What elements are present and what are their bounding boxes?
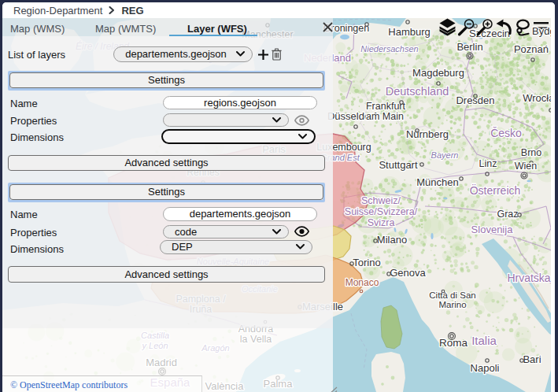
svg-text:Wrocław: Wrocław xyxy=(523,92,551,104)
svg-text:Poznań: Poznań xyxy=(514,43,549,55)
svg-text:Stuttgart: Stuttgart xyxy=(379,159,418,171)
svg-text:Monaco: Monaco xyxy=(346,277,379,288)
svg-text:Napoli: Napoli xyxy=(471,362,500,374)
svg-text:Marino: Marino xyxy=(438,300,466,309)
svg-text:Magdeburg: Magdeburg xyxy=(412,67,464,79)
svg-text:Deutschland: Deutschland xyxy=(386,85,449,98)
svg-text:Hrvatska: Hrvatska xyxy=(507,272,550,284)
svg-text:München: München xyxy=(416,176,458,188)
svg-text:Österreich: Österreich xyxy=(470,183,521,197)
svg-text:Graz: Graz xyxy=(497,209,518,220)
svg-text:Česko: Česko xyxy=(490,127,522,139)
svg-text:Città di San: Città di San xyxy=(429,290,475,300)
svg-text:Svizra: Svizra xyxy=(368,217,395,228)
svg-text:Wien: Wien xyxy=(515,161,538,172)
svg-text:Berlin: Berlin xyxy=(456,41,482,53)
svg-text:Genova: Genova xyxy=(390,267,426,279)
svg-text:Torino: Torino xyxy=(353,257,380,268)
svg-text:am Main: am Main xyxy=(366,111,404,122)
svg-text:Linz: Linz xyxy=(479,158,497,169)
svg-text:Brno: Brno xyxy=(521,147,541,158)
svg-text:Italia: Italia xyxy=(471,334,497,347)
svg-text:Bydgoszcz: Bydgoszcz xyxy=(532,25,551,37)
svg-text:Bayern: Bayern xyxy=(431,150,459,160)
svg-text:Niedersachsen: Niedersachsen xyxy=(360,44,418,54)
svg-text:Dresden: Dresden xyxy=(456,94,494,106)
svg-text:Slovenija: Slovenija xyxy=(471,224,514,235)
svg-text:Schweiz/: Schweiz/ xyxy=(361,195,401,206)
svg-text:Bari: Bari xyxy=(523,353,541,365)
svg-text:Milano: Milano xyxy=(377,234,407,246)
svg-text:Nürnberg: Nürnberg xyxy=(406,128,449,140)
svg-text:Hamburg: Hamburg xyxy=(388,26,430,38)
svg-text:Suisse/Svizzera/: Suisse/Svizzera/ xyxy=(345,206,418,217)
